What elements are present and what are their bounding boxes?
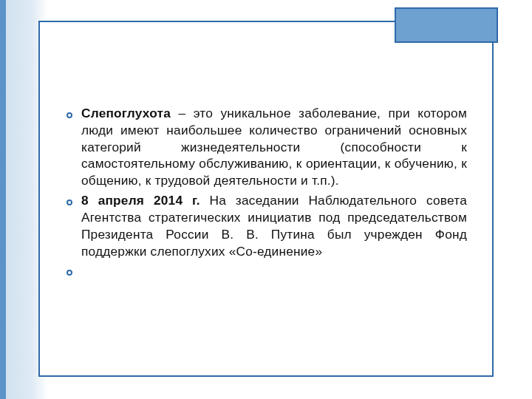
- left-edge-accent: [0, 0, 6, 399]
- bullet-icon: [66, 200, 72, 205]
- slide: Слепоглухота – это уникальное заболевани…: [0, 0, 532, 399]
- list-item-bold: Слепоглухота: [81, 106, 171, 120]
- list-item-bold: 8 апреля 2014 г.: [81, 193, 200, 208]
- bullet-list: Слепоглухота – это уникальное заболевани…: [68, 105, 467, 259]
- bullet-icon: [66, 112, 72, 118]
- corner-tab-accent: [395, 7, 498, 43]
- list-item: 8 апреля 2014 г. На заседании Наблюдател…: [68, 192, 467, 259]
- list-item: Слепоглухота – это уникальное заболевани…: [68, 105, 467, 189]
- slide-body: Слепоглухота – это уникальное заболевани…: [68, 105, 467, 262]
